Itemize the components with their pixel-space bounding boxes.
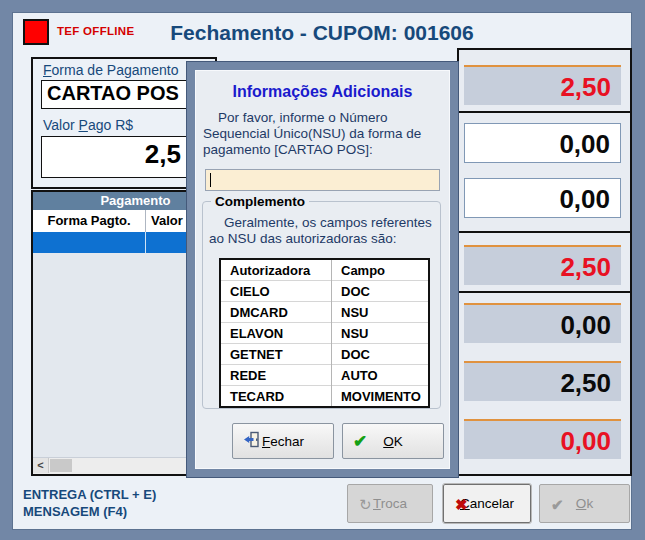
swap-icon: ↻ [359, 496, 372, 511]
total-value: 2,50 [464, 65, 621, 105]
fechar-button[interactable]: Fechar [232, 423, 334, 459]
scrollbar-left-arrow-icon[interactable]: < [33, 458, 49, 473]
panel-divider [459, 231, 630, 233]
table-row: GETNETDOC [220, 344, 429, 365]
cancelar-button-label: Cancelar [460, 496, 514, 511]
text-caret [210, 173, 211, 187]
total-value: 2,50 [464, 361, 621, 401]
troca-button[interactable]: ↻ Troca [347, 484, 433, 523]
shortcut-entrega: ENTREGA (CTRL + E) [23, 487, 156, 502]
cancelar-button[interactable]: ✖ Cancelar [443, 484, 531, 523]
dialog-message: Por favor, informe o Número Sequencial Ú… [203, 110, 453, 158]
total-value[interactable]: 0,00 [464, 178, 621, 218]
cancel-x-icon: ✖ [455, 496, 468, 511]
table-header-row: Autorizadora Campo [220, 259, 429, 281]
forma-pagamento-select[interactable]: CARTAO POS [41, 80, 193, 109]
valor-pago-input[interactable]: 2,5 [41, 136, 188, 178]
scrollbar-thumb[interactable] [50, 459, 72, 472]
groupbox-title: Complemento [211, 194, 309, 209]
total-value: 0,00 [464, 303, 621, 343]
forma-pagamento-label: Forma de Pagamento [43, 62, 178, 78]
dialog-ok-button[interactable]: ✔ OK [342, 423, 444, 459]
row-cell-divider [145, 232, 146, 253]
groupbox-text: Geralmente, os campos referentes ao NSU … [209, 215, 437, 247]
ok-button[interactable]: ✔ Ok [539, 484, 630, 523]
pos-window: TEF OFFLINE Fechamento - CUPOM: 001606 F… [0, 0, 645, 540]
table-row: REDEAUTO [220, 365, 429, 386]
table-row: CIELODOC [220, 281, 429, 302]
table-row: ELAVONNSU [220, 323, 429, 344]
ok-button-label: Ok [576, 496, 593, 511]
troca-button-label: Troca [373, 496, 407, 511]
panel-divider [459, 111, 630, 113]
total-value: 0,00 [464, 419, 621, 459]
header-campo: Campo [332, 259, 430, 281]
panel-divider [459, 291, 630, 293]
exit-door-icon [243, 431, 261, 452]
dialog-ok-button-label: OK [383, 434, 403, 449]
page-title: Fechamento - CUPOM: 001606 [13, 21, 631, 45]
header-autorizadora: Autorizadora [220, 259, 332, 281]
total-value: 2,50 [464, 245, 621, 285]
informacoes-adicionais-dialog: Informações Adicionais Por favor, inform… [187, 62, 458, 477]
nsu-input[interactable] [205, 169, 440, 191]
shortcut-mensagem: MENSAGEM (F4) [23, 504, 127, 519]
complemento-groupbox: Complemento Geralmente, os campos refere… [202, 201, 441, 409]
valor-pago-label: Valor Pago R$ [43, 117, 133, 133]
check-icon: ✔ [353, 431, 367, 452]
check-icon: ✔ [551, 496, 564, 511]
table-row: DMCARDNSU [220, 302, 429, 323]
table-row: TECARDMOVIMENTO [220, 386, 429, 408]
dialog-title: Informações Adicionais [195, 83, 450, 101]
totals-panel: 2,50 0,00 0,00 2,50 0,00 2,50 0,00 [457, 48, 632, 476]
nsu-authorization-table: Autorizadora Campo CIELODOC DMCARDNSU EL… [219, 258, 430, 408]
column-header-forma-pagto[interactable]: Forma Pagto. [33, 210, 146, 232]
total-value[interactable]: 0,00 [464, 123, 621, 163]
fechar-button-label: Fechar [262, 434, 304, 449]
